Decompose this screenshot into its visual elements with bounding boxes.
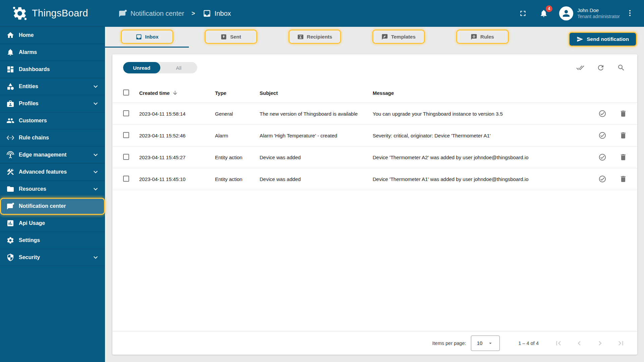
tab-templates[interactable]: Templates [357, 27, 440, 48]
cell-subject: Alarm 'High Temperature' - created [260, 133, 337, 138]
sidebar-item-edge-management[interactable]: Edge management [0, 146, 105, 164]
user-name: John Doe [577, 7, 620, 14]
tab-rules[interactable]: Rules [440, 27, 524, 48]
user-role: Tenant administrator [577, 14, 620, 20]
sidebar-item-rule-chains[interactable]: Rule chains [0, 129, 105, 146]
mark-read-button[interactable] [598, 175, 606, 183]
entities-icon [6, 82, 14, 90]
breadcrumb-inbox[interactable]: Inbox [203, 9, 231, 18]
sidebar-item-api-usage[interactable]: Api Usage [0, 215, 105, 232]
person-icon [561, 8, 571, 18]
breadcrumb-separator: > [192, 10, 195, 17]
delete-button[interactable] [619, 131, 627, 139]
last-page-button[interactable] [616, 339, 625, 348]
paginator: Items per page: 10 1 – 4 of 4 [112, 331, 637, 355]
notification-center-icon [6, 202, 14, 210]
column-created-time[interactable]: Created time [139, 90, 215, 96]
refresh-button[interactable] [597, 64, 605, 72]
row-checkbox[interactable] [123, 132, 129, 138]
mark-all-read-button[interactable] [576, 64, 584, 72]
cell-message: Device 'Thermometer A2' was added by use… [373, 155, 577, 160]
cell-subject: The new version of Thingsboard is availa… [260, 111, 358, 117]
tab-pill: Inbox [121, 29, 173, 44]
sidebar-item-resources[interactable]: Resources [0, 181, 105, 198]
table-row[interactable]: 2023-04-11 15:45:10 Entity action Device… [112, 168, 637, 190]
cell-type: Alarm [215, 133, 260, 138]
chevron-down-icon [92, 168, 100, 176]
sidebar-item-dashboards[interactable]: Dashboards [0, 61, 105, 78]
mark-read-button[interactable] [598, 131, 606, 139]
search-button[interactable] [617, 64, 625, 72]
sidebar-item-alarms[interactable]: Alarms [0, 44, 105, 61]
first-page-button[interactable] [554, 339, 563, 348]
tab-pill: Sent [205, 29, 257, 44]
settings-icon [6, 236, 14, 244]
user-menu[interactable]: John Doe Tenant administrator [577, 7, 620, 19]
table-body: 2023-04-11 15:58:14 General The new vers… [112, 103, 637, 190]
row-checkbox[interactable] [123, 110, 129, 116]
table-row[interactable]: 2023-04-11 15:58:14 General The new vers… [112, 103, 637, 125]
cell-created-time: 2023-04-11 15:52:46 [139, 133, 215, 138]
cell-created-time: 2023-04-11 15:45:10 [139, 176, 215, 182]
sidebar-item-settings[interactable]: Settings [0, 232, 105, 249]
rules-icon [471, 34, 477, 40]
mark-read-button[interactable] [598, 153, 606, 161]
notification-center-icon [118, 9, 127, 18]
filter-unread[interactable]: Unread [123, 62, 160, 73]
send-notification-button[interactable]: Send notification [569, 32, 637, 47]
advanced-features-icon [6, 168, 14, 176]
notifications-button[interactable]: 4 [537, 7, 550, 20]
row-checkbox[interactable] [123, 154, 129, 160]
mark-read-button[interactable] [598, 110, 606, 118]
column-type[interactable]: Type [215, 90, 260, 96]
app-title: ThingsBoard [32, 8, 88, 19]
tab-inbox[interactable]: Inbox [105, 27, 189, 48]
edge-management-icon [6, 151, 14, 159]
tab-recipients[interactable]: Recipients [273, 27, 357, 48]
column-message[interactable]: Message [373, 90, 577, 96]
rule-chains-icon [6, 134, 14, 142]
templates-icon [381, 34, 388, 40]
delete-button[interactable] [619, 110, 627, 118]
kebab-icon [626, 9, 634, 17]
more-menu-button[interactable] [626, 9, 634, 18]
cell-subject: Device was added [260, 176, 301, 182]
page-size-select[interactable]: 10 [471, 336, 500, 351]
sidebar-item-home[interactable]: Home [0, 27, 105, 44]
inbox-icon [203, 9, 211, 18]
app-logo[interactable]: ThingsBoard [0, 0, 105, 27]
select-all-checkbox[interactable] [123, 89, 129, 96]
tab-pill: Rules [456, 29, 509, 44]
customers-icon [6, 117, 14, 125]
user-avatar[interactable] [559, 6, 573, 20]
sidebar-item-customers[interactable]: Customers [0, 112, 105, 129]
delete-button[interactable] [619, 153, 627, 161]
sort-desc-icon [172, 90, 178, 96]
inbox-card: Unread All Created time Type Subject Mes… [112, 54, 637, 355]
sidebar-item-profiles[interactable]: Profiles [0, 95, 105, 112]
sidebar: ThingsBoard Home Alarms Dashboards Entit… [0, 0, 105, 362]
inbox-toolbar: Unread All [112, 54, 637, 73]
top-header: Notification center > Inbox 4 John Doe T… [105, 0, 644, 27]
table-row[interactable]: 2023-04-11 15:52:46 Alarm Alarm 'High Te… [112, 125, 637, 146]
tab-sent[interactable]: Sent [189, 27, 273, 48]
row-checkbox[interactable] [123, 176, 129, 182]
resources-icon [6, 185, 14, 193]
next-page-button[interactable] [596, 339, 604, 348]
alarms-icon [6, 48, 14, 56]
filter-all[interactable]: All [160, 62, 198, 73]
fullscreen-button[interactable] [516, 7, 530, 20]
sidebar-item-advanced-features[interactable]: Advanced features [0, 164, 105, 181]
cell-subject: Device was added [260, 155, 301, 160]
sidebar-item-entities[interactable]: Entities [0, 78, 105, 95]
sidebar-item-notification-center[interactable]: Notification center [0, 198, 105, 215]
column-subject[interactable]: Subject [260, 90, 373, 96]
notifications-table: Created time Type Subject Message 2023-0… [112, 83, 637, 190]
table-row[interactable]: 2023-04-11 15:45:27 Entity action Device… [112, 146, 637, 168]
tab-pill: Recipients [288, 29, 341, 44]
delete-button[interactable] [619, 175, 627, 183]
breadcrumb-notification-center[interactable]: Notification center [118, 9, 184, 18]
sidebar-item-security[interactable]: Security [0, 249, 105, 266]
prev-page-button[interactable] [575, 339, 584, 348]
cell-type: General [215, 111, 260, 117]
